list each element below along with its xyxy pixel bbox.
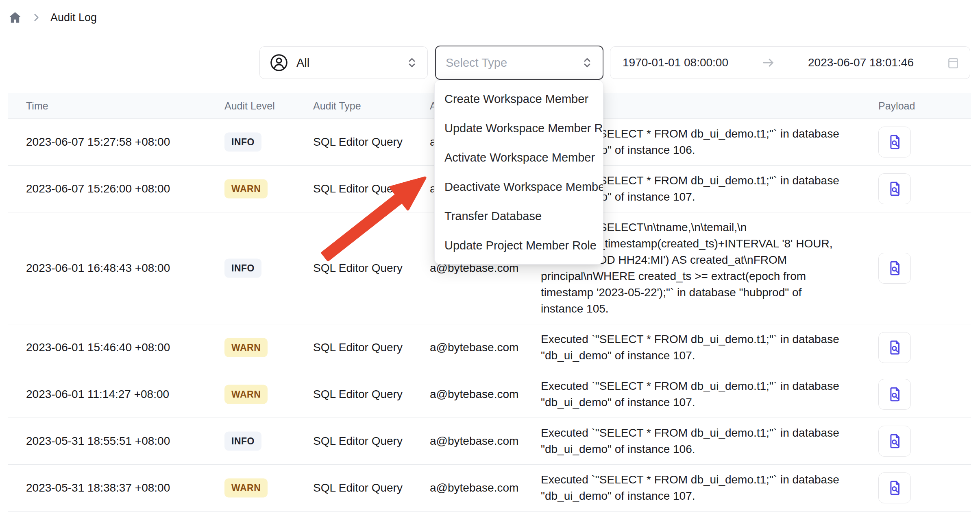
updown-chevrons-icon	[405, 56, 418, 69]
table-row: 2023-06-01 11:14:27 +08:00 WARN SQL Edit…	[8, 371, 971, 418]
column-header-payload: Payload	[878, 100, 915, 112]
audit-type-filter-select[interactable]: Select Type	[435, 46, 603, 80]
payload-view-button[interactable]	[878, 332, 911, 363]
date-range-start: 1970-01-01 08:00:00	[623, 56, 728, 69]
row-comment: Executed `"SELECT * FROM db_ui_demo.t1;"…	[541, 324, 854, 371]
row-time: 2023-06-01 11:14:27 +08:00	[26, 388, 169, 401]
row-audit-type: SQL Editor Query	[313, 481, 403, 494]
dropdown-menu-item[interactable]: Transfer Database	[435, 201, 603, 231]
dropdown-menu-item[interactable]: Update Project Member Role	[435, 231, 603, 260]
audit-level-badge: WARN	[224, 385, 268, 404]
row-comment: Executed `"SELECT * FROM db_ui_demo.t1;"…	[541, 371, 854, 418]
row-payload	[878, 426, 911, 457]
payload-view-button[interactable]	[878, 173, 911, 204]
payload-view-button[interactable]	[878, 379, 911, 410]
row-level: WARN	[224, 338, 268, 357]
audit-level-badge: INFO	[224, 133, 261, 152]
payload-document-icon	[886, 180, 903, 197]
row-audit-type: SQL Editor Query	[313, 182, 403, 195]
column-header-time: Time	[26, 100, 48, 112]
row-time: 2023-05-31 18:38:37 +08:00	[26, 481, 170, 494]
payload-view-button[interactable]	[878, 426, 911, 457]
payload-document-icon	[886, 386, 903, 403]
actor-filter-value: All	[296, 56, 405, 70]
audit-level-badge: INFO	[224, 259, 261, 278]
row-payload	[878, 379, 911, 410]
breadcrumb: Audit Log	[8, 11, 97, 24]
user-circle-icon	[270, 53, 288, 72]
date-range-end: 2023-06-07 18:01:46	[808, 56, 914, 69]
actor-filter-select[interactable]: All	[259, 46, 428, 79]
row-time: 2023-06-07 15:26:00 +08:00	[26, 182, 170, 195]
dropdown-menu-item[interactable]: Create Workspace Member	[435, 84, 603, 114]
audit-type-dropdown-menu: Create Workspace Member Update Workspace…	[434, 80, 603, 265]
row-audit-type: SQL Editor Query	[313, 262, 403, 275]
column-header-level: Audit Level	[224, 100, 275, 112]
updown-chevrons-icon	[581, 56, 594, 69]
row-level: INFO	[224, 133, 261, 152]
row-audit-type: SQL Editor Query	[313, 435, 403, 448]
arrow-right-icon	[761, 55, 775, 70]
payload-document-icon	[886, 339, 903, 356]
row-actor: a@bytebase.com	[430, 341, 518, 354]
payload-document-icon	[886, 133, 903, 151]
row-level: WARN	[224, 385, 268, 404]
dropdown-menu-item[interactable]: Activate Workspace Member	[435, 143, 603, 172]
column-header-type: Audit Type	[313, 100, 361, 112]
audit-level-badge: WARN	[224, 338, 268, 357]
row-time: 2023-05-31 18:55:51 +08:00	[26, 435, 170, 448]
row-level: WARN	[224, 179, 268, 199]
payload-document-icon	[886, 260, 903, 277]
row-audit-type: SQL Editor Query	[313, 136, 403, 149]
type-filter-placeholder: Select Type	[446, 56, 581, 70]
dropdown-menu-item[interactable]: Deactivate Workspace Member	[435, 172, 603, 201]
row-time: 2023-06-07 15:27:58 +08:00	[26, 136, 170, 149]
payload-view-button[interactable]	[878, 472, 911, 503]
row-comment: Executed `"SELECT * FROM db_ui_demo.t1;"…	[541, 465, 854, 511]
row-audit-type: SQL Editor Query	[313, 388, 403, 401]
audit-log-page: Audit Log All Select Type 1970-01-01 08:…	[0, 0, 980, 516]
table-row: 2023-05-31 18:38:37 +08:00 WARN SQL Edit…	[8, 465, 971, 512]
audit-level-badge: WARN	[224, 479, 268, 498]
row-comment: Executed `"SELECT * FROM db_ui_demo.t1;"…	[541, 418, 854, 464]
row-time: 2023-06-01 15:46:40 +08:00	[26, 341, 170, 354]
row-actor: a@bytebase.com	[430, 481, 518, 494]
row-level: WARN	[224, 479, 268, 498]
payload-document-icon	[886, 433, 903, 450]
row-payload	[878, 127, 911, 157]
payload-document-icon	[886, 479, 903, 496]
payload-view-button[interactable]	[878, 127, 911, 157]
row-payload	[878, 253, 911, 284]
page-title: Audit Log	[50, 11, 97, 24]
row-time: 2023-06-01 16:48:43 +08:00	[26, 262, 170, 275]
row-payload	[878, 332, 911, 363]
table-row: 2023-05-31 18:55:51 +08:00 INFO SQL Edit…	[8, 418, 971, 465]
row-level: INFO	[224, 259, 261, 278]
payload-view-button[interactable]	[878, 253, 911, 284]
row-payload	[878, 472, 911, 503]
dropdown-menu-item[interactable]: Update Workspace Member Role	[435, 114, 603, 143]
row-level: INFO	[224, 432, 261, 451]
audit-level-badge: INFO	[224, 432, 261, 451]
row-payload	[878, 173, 911, 204]
chevron-right-icon	[31, 12, 41, 23]
table-row: 2023-06-01 15:46:40 +08:00 WARN SQL Edit…	[8, 324, 971, 371]
calendar-icon	[946, 56, 960, 70]
audit-level-badge: WARN	[224, 179, 268, 199]
row-actor: a@bytebase.com	[430, 435, 518, 448]
row-actor: a@bytebase.com	[430, 388, 518, 401]
date-range-picker[interactable]: 1970-01-01 08:00:00 2023-06-07 18:01:46	[610, 46, 970, 79]
home-icon[interactable]	[8, 11, 22, 24]
row-audit-type: SQL Editor Query	[313, 341, 403, 354]
